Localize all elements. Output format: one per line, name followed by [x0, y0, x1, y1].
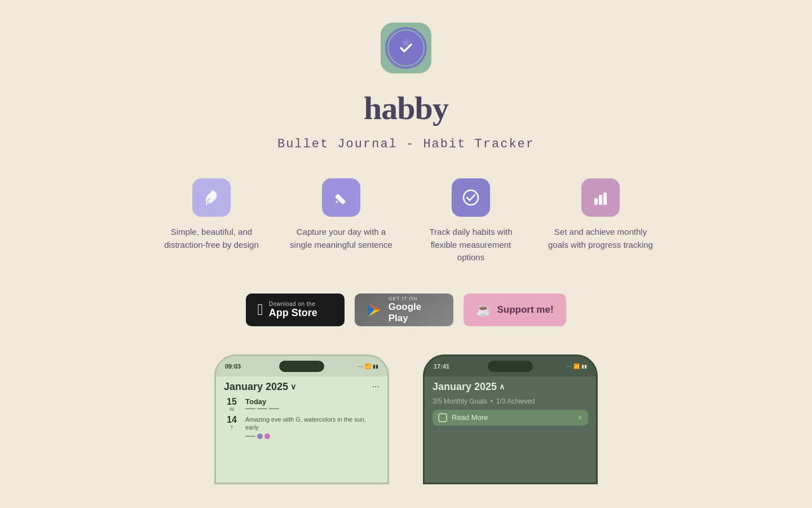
phone-menu-left[interactable]: ···: [372, 382, 379, 392]
dash-3: [269, 408, 279, 409]
phone-mockup-left: 09:03 ···· 📶 ▮▮ January 2025 ∨ ···: [214, 354, 389, 484]
phone-month-right: January 2025 ∧: [433, 381, 505, 393]
feature-item-capture: Capture your day with a single meaningfu…: [288, 178, 395, 251]
phone-entry-14-text: Amazing eve with G, watercolors in the s…: [245, 415, 379, 432]
app-icon-inner: [389, 30, 423, 65]
appstore-text: Download on the App Store: [269, 301, 317, 319]
phone-month-text-right: January 2025: [433, 381, 497, 393]
phone-day-letter-15: W: [230, 406, 235, 412]
google-play-icon: [366, 301, 382, 318]
phone-status-icons-right: ···· 📶 ▮▮: [566, 364, 587, 369]
phone-day-num-15: 15: [227, 397, 237, 406]
app-title: habby: [364, 89, 448, 127]
phone-header-right: January 2025 ∧: [433, 381, 588, 393]
phone-entry-14: 14 T Amazing eve with G, watercolors in …: [224, 415, 379, 440]
dash-2: [257, 408, 267, 409]
page-container: habby Bullet Journal - Habit Tracker Sim…: [0, 0, 812, 484]
phone-entry-date-14: 14 T: [224, 415, 240, 430]
phone-entry-14-content: Amazing eve with G, watercolors in the s…: [245, 415, 379, 440]
dot-pink: [264, 433, 270, 439]
phone-status-icons-left: ···· 📶 ▮▮: [358, 364, 378, 369]
wifi-icon: 📶: [365, 364, 371, 369]
coffee-icon: ☕: [476, 303, 491, 317]
phone-today-dashes: [245, 408, 379, 409]
googleplay-label-small: GET IT ON: [389, 296, 443, 301]
dot-separator: •: [491, 397, 493, 405]
phones-row: 09:03 ···· 📶 ▮▮ January 2025 ∨ ···: [214, 354, 598, 484]
phone-14-indicators: [245, 433, 379, 439]
phone-month-left: January 2025 ∨: [224, 381, 296, 393]
dot-purple: [257, 433, 263, 439]
svg-rect-5: [599, 195, 602, 205]
phone-goals-subtitle: 3/5 Monthly Goals • 1/3 Achieved: [433, 397, 588, 405]
phone-header-left: January 2025 ∨ ···: [224, 381, 379, 393]
feature-icon-box-capture: [322, 178, 360, 217]
app-icon-wrapper: [381, 23, 431, 73]
goal-item-text: Read More: [452, 413, 488, 422]
phone-notch-right: 17:41 ···· 📶 ▮▮: [425, 356, 596, 376]
monthly-goals-text: 3/5 Monthly Goals: [433, 397, 487, 405]
phone-entry-today-content: Today: [245, 397, 379, 409]
support-button[interactable]: ☕ Support me!: [464, 294, 566, 326]
feature-text-goals: Set and achieve monthly goals with progr…: [547, 226, 654, 251]
phone-chevron-left: ∨: [290, 382, 296, 391]
phone-notch-left: 09:03 ···· 📶 ▮▮: [216, 356, 387, 376]
feature-item-goals: Set and achieve monthly goals with progr…: [547, 178, 654, 251]
goal-checkbox[interactable]: [438, 413, 447, 422]
googleplay-text: GET IT ON Google Play: [389, 296, 443, 324]
signal-icon-right: ····: [566, 364, 572, 369]
achieved-text: 1/3 Achieved: [496, 397, 535, 405]
dash-1: [245, 408, 255, 409]
verified-badge-icon: [394, 36, 418, 60]
phone-time-right: 17:41: [434, 363, 449, 370]
googleplay-button[interactable]: GET IT ON Google Play: [355, 294, 453, 326]
phone-mockup-right: 17:41 ···· 📶 ▮▮ January 2025 ∧ 3/5 Month…: [423, 354, 598, 484]
signal-icon: ····: [358, 364, 363, 369]
phone-notch-pill-right: [488, 361, 533, 372]
phone-entry-date-15: 15 W: [224, 397, 240, 412]
phone-chevron-right: ∧: [499, 382, 505, 391]
feature-icon-box-journal: [192, 178, 231, 217]
svg-rect-4: [594, 198, 598, 205]
svg-point-0: [395, 37, 417, 59]
svg-rect-2: [335, 194, 346, 205]
phone-content-left: January 2025 ∨ ··· 15 W Today: [216, 376, 387, 483]
phone-entry-today: 15 W Today: [224, 397, 379, 412]
goal-close-icon[interactable]: ×: [578, 413, 582, 422]
app-subtitle: Bullet Journal - Habit Tracker: [277, 137, 535, 151]
features-row: Simple, beautiful, and distraction-free …: [158, 178, 654, 264]
phone-goal-chip: Read More ×: [433, 410, 588, 426]
wifi-icon-right: 📶: [573, 364, 580, 369]
feature-item-journal: Simple, beautiful, and distraction-free …: [158, 178, 265, 251]
feature-text-habits: Track daily habits with flexible measure…: [417, 226, 524, 264]
feather-icon: [202, 188, 221, 207]
feature-icon-box-goals: [581, 178, 620, 217]
phone-notch-pill-left: [279, 361, 324, 372]
battery-icon: ▮▮: [373, 364, 378, 369]
feature-text-journal: Simple, beautiful, and distraction-free …: [158, 226, 265, 251]
svg-point-3: [464, 190, 478, 205]
phone-day-letter-14: T: [230, 424, 233, 430]
appstore-label-large: App Store: [269, 307, 317, 319]
feature-icon-box-habits: [452, 178, 490, 217]
phone-content-right: January 2025 ∧ 3/5 Monthly Goals • 1/3 A…: [425, 376, 596, 483]
feature-text-capture: Capture your day with a single meaningfu…: [288, 226, 395, 251]
pencil-icon: [332, 188, 351, 207]
phone-today-title: Today: [245, 397, 379, 406]
feature-item-habits: Track daily habits with flexible measure…: [417, 178, 524, 264]
appstore-label-small: Download on the: [269, 301, 317, 307]
dash-4: [245, 436, 255, 437]
goal-chip-left: Read More: [438, 413, 488, 422]
googleplay-label-large: Google Play: [389, 301, 443, 324]
bar-chart-icon: [591, 188, 610, 207]
phone-month-text-left: January 2025: [224, 381, 288, 393]
checkmark-circle-icon: [461, 188, 480, 207]
appstore-button[interactable]:  Download on the App Store: [246, 294, 345, 326]
phone-time-left: 09:03: [225, 363, 241, 370]
buttons-row:  Download on the App Store GET IT ON Go…: [246, 294, 566, 326]
phone-day-num-14: 14: [227, 415, 237, 424]
apple-icon: : [257, 301, 263, 319]
battery-icon-right: ▮▮: [581, 364, 587, 369]
svg-rect-6: [603, 192, 607, 205]
support-label: Support me!: [497, 304, 553, 316]
